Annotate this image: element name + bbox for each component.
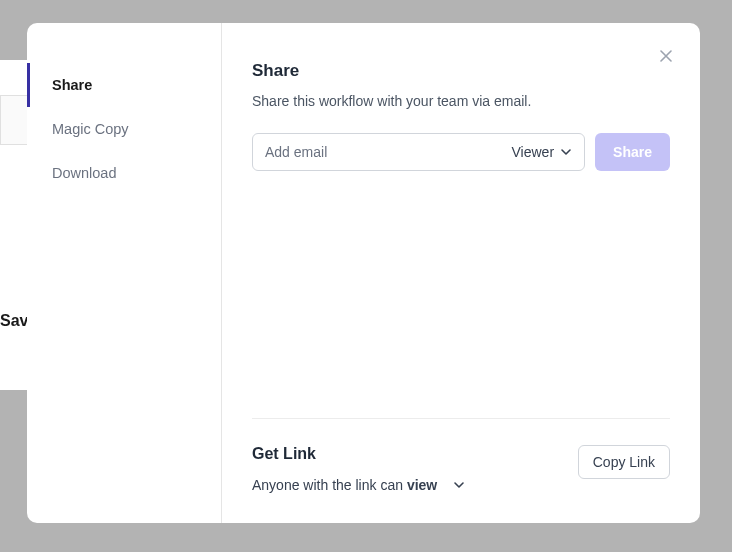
background-save-label: Sav <box>0 312 28 330</box>
sidebar-item-label: Magic Copy <box>52 121 129 137</box>
role-select[interactable]: Viewer <box>512 144 573 160</box>
share-button[interactable]: Share <box>595 133 670 171</box>
link-visibility-prefix: Anyone with the link can <box>252 477 407 493</box>
share-modal: Share Magic Copy Download Share Share th… <box>27 23 700 523</box>
chevron-down-icon <box>560 146 572 158</box>
link-visibility-text: Anyone with the link can view <box>252 477 437 493</box>
share-subtitle: Share this workflow with your team via e… <box>252 93 670 109</box>
background-thumbnail <box>0 95 30 145</box>
sidebar-item-magic-copy[interactable]: Magic Copy <box>27 107 221 151</box>
sidebar-item-label: Download <box>52 165 117 181</box>
sidebar-item-download[interactable]: Download <box>27 151 221 195</box>
close-icon[interactable] <box>660 49 672 65</box>
get-link-section: Get Link Anyone with the link can view C… <box>252 419 670 493</box>
sidebar-item-share[interactable]: Share <box>27 63 221 107</box>
modal-sidebar: Share Magic Copy Download <box>27 23 222 523</box>
get-link-title: Get Link <box>252 445 465 463</box>
copy-link-button[interactable]: Copy Link <box>578 445 670 479</box>
modal-main: Share Share this workflow with your team… <box>222 23 700 523</box>
link-visibility-select[interactable]: Anyone with the link can view <box>252 477 465 493</box>
get-link-left: Get Link Anyone with the link can view <box>252 445 465 493</box>
sidebar-item-label: Share <box>52 77 92 93</box>
link-visibility-mode: view <box>407 477 437 493</box>
share-title: Share <box>252 61 670 81</box>
email-input[interactable] <box>265 144 512 160</box>
role-label: Viewer <box>512 144 555 160</box>
share-input-row: Viewer Share <box>252 133 670 171</box>
chevron-down-icon <box>453 479 465 491</box>
email-input-wrap: Viewer <box>252 133 585 171</box>
